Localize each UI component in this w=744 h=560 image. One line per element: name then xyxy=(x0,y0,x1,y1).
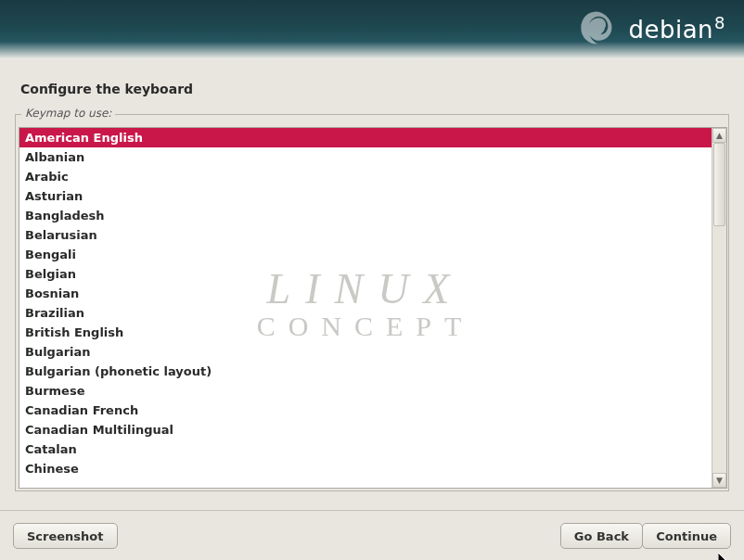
brand-text: debian8 xyxy=(628,13,725,44)
list-item[interactable]: Albanian xyxy=(19,147,712,167)
list-item[interactable]: Bulgarian (phonetic layout) xyxy=(19,362,712,381)
scroll-thumb[interactable] xyxy=(713,143,725,226)
keymap-listbox[interactable]: LINUX CONCEPT American EnglishAlbanianAr… xyxy=(19,128,712,488)
list-item[interactable]: Bangladesh xyxy=(19,206,712,225)
keymap-listbox-container: LINUX CONCEPT American EnglishAlbanianAr… xyxy=(19,127,727,489)
list-item[interactable]: Belarusian xyxy=(19,225,712,245)
panel-label: Keymap to use: xyxy=(21,107,115,120)
page-title: Configure the keyboard xyxy=(20,82,193,96)
list-item[interactable]: Burmese xyxy=(19,381,712,401)
screenshot-button[interactable]: Screenshot xyxy=(13,523,118,549)
list-item[interactable]: Belgian xyxy=(19,264,712,284)
list-item[interactable]: Bosnian xyxy=(19,284,712,303)
scrollbar: ▲ ▼ xyxy=(712,128,726,488)
footer-bar: Screenshot Go Back Continue xyxy=(0,510,744,560)
continue-button[interactable]: Continue xyxy=(642,523,731,549)
list-item[interactable]: Chinese xyxy=(19,459,712,478)
scroll-track[interactable] xyxy=(712,143,726,473)
list-item[interactable]: Canadian Multilingual xyxy=(19,420,712,439)
installer-header: debian8 xyxy=(0,0,744,59)
list-item[interactable]: American English xyxy=(19,128,712,147)
list-item[interactable]: British English xyxy=(19,323,712,342)
brand-version: 8 xyxy=(714,13,725,32)
debian-logo-block: debian8 xyxy=(576,7,725,48)
list-item[interactable]: Canadian French xyxy=(19,401,712,420)
list-item[interactable]: Asturian xyxy=(19,186,712,206)
keymap-panel: Keymap to use: LINUX CONCEPT American En… xyxy=(15,114,729,491)
brand-name: debian xyxy=(628,15,713,43)
list-item[interactable]: Catalan xyxy=(19,439,712,459)
list-item[interactable]: Arabic xyxy=(19,167,712,186)
list-item[interactable]: Bulgarian xyxy=(19,342,712,362)
go-back-button[interactable]: Go Back xyxy=(560,523,643,549)
list-item[interactable]: Bengali xyxy=(19,245,712,264)
list-item[interactable]: Brazilian xyxy=(19,303,712,323)
scroll-up-button[interactable]: ▲ xyxy=(712,128,726,143)
debian-swirl-icon xyxy=(576,7,617,48)
scroll-down-button[interactable]: ▼ xyxy=(712,473,726,488)
